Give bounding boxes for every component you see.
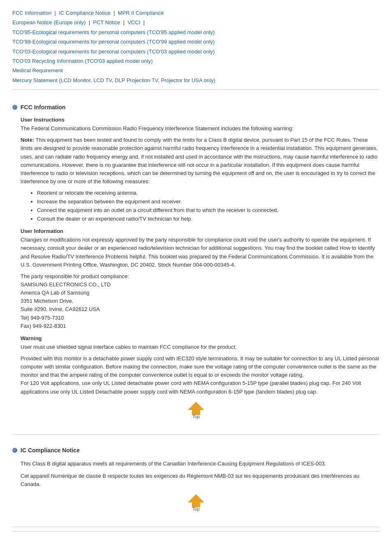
nav-tco03-link[interactable]: TCO'03-Ecological requirements for perso… <box>12 48 215 55</box>
warning-para1: User must use shielded signal interface … <box>21 343 380 351</box>
top-divider <box>12 89 380 90</box>
user-information-subsection: User Information Changes or modification… <box>21 228 380 330</box>
user-instructions-bullets: Reorient or relocate the receiving anten… <box>37 189 380 223</box>
bullet-3: Connect the equipment into an outlet on … <box>37 206 380 215</box>
top-icon-ic[interactable]: Top <box>185 493 207 512</box>
nav-row-7: Medical Requirement <box>12 66 380 75</box>
ic-bullet-icon <box>12 448 17 453</box>
ic-para1: This Class B digital apparatus meets all… <box>21 460 380 468</box>
user-information-para2: The party responsible for product compli… <box>21 272 380 330</box>
nav-pct-link[interactable]: PCT Notice <box>93 19 120 25</box>
fcc-section-title: FCC Information <box>12 104 380 111</box>
nav-fcc-link[interactable]: FCC Information <box>12 10 51 16</box>
nav-row-6: TCO'03 Recycling Information (TCO'03 app… <box>12 56 380 66</box>
ic-section-title: IC Compliance Notice <box>12 447 380 454</box>
user-instructions-note: Note: This equipment has been tested and… <box>21 136 380 186</box>
nav-links: FCC Information | IC Compliance Notice |… <box>12 8 380 85</box>
nav-row-1: FCC Information | IC Compliance Notice |… <box>12 8 380 18</box>
fcc-top-button[interactable]: Top <box>12 401 380 421</box>
svg-text:Top: Top <box>192 507 200 511</box>
nav-row-8: Mercury Statement (LCD Monitor, LCD TV, … <box>12 76 380 85</box>
user-information-para1: Changes or modifications not expressly a… <box>21 236 380 269</box>
nav-row-3: TCO'95-Ecological requirements for perso… <box>12 28 380 37</box>
warning-para2: Provided with this monitor is a detachab… <box>21 355 380 396</box>
nav-mpr-link[interactable]: MPR II Compliance <box>118 10 164 16</box>
bullet-4: Consult the dealer or an experienced rad… <box>37 215 380 223</box>
ic-top-button[interactable]: Top <box>12 493 380 514</box>
nav-tco95-link[interactable]: TCO'95-Ecological requirements for perso… <box>12 29 215 35</box>
nav-tco99-link[interactable]: TCO'99-Ecological requirements for perso… <box>12 39 215 45</box>
warning-title: Warning <box>21 335 380 341</box>
user-information-title: User Information <box>21 228 380 234</box>
nav-vcci-link[interactable]: VCCI <box>127 19 140 25</box>
nav-row-2: European Notice (Europe only) | PCT Noti… <box>12 18 380 27</box>
note-text: This equipment has been tested and found… <box>21 137 378 184</box>
ic-section: IC Compliance Notice This Class B digita… <box>12 441 380 527</box>
user-instructions-intro: The Federal Communications Commission Ra… <box>21 124 380 133</box>
user-instructions-subsection: User Instructions The Federal Communicat… <box>21 117 380 223</box>
nav-ic-link[interactable]: IC Compliance Notice <box>59 10 111 16</box>
note-bold: Note: <box>21 137 34 143</box>
user-instructions-title: User Instructions <box>21 117 380 123</box>
svg-marker-3 <box>188 494 204 502</box>
svg-text:Top: Top <box>192 414 200 419</box>
bottom-divider <box>12 531 380 532</box>
bullet-2: Increase the separation between the equi… <box>37 198 380 206</box>
ic-title-text: IC Compliance Notice <box>21 447 80 454</box>
fcc-title-text: FCC Information <box>21 104 66 111</box>
ic-para2: Cet appareil Numérique de classe B respe… <box>21 472 380 488</box>
svg-marker-0 <box>188 402 204 410</box>
bullet-1: Reorient or relocate the receiving anten… <box>37 189 380 198</box>
top-icon-fcc[interactable]: Top <box>185 401 207 420</box>
nav-mercury-link[interactable]: Mercury Statement (LCD Monitor, LCD TV, … <box>12 77 215 83</box>
nav-row-5: TCO'03-Ecological requirements for perso… <box>12 47 380 56</box>
nav-eu-link[interactable]: European Notice (Europe only) <box>12 19 86 25</box>
fcc-bullet-icon <box>12 105 17 110</box>
nav-med-link[interactable]: Medical Requirement <box>12 67 63 74</box>
fcc-section: FCC Information User Instructions The Fe… <box>12 98 380 435</box>
nav-tco03r-link[interactable]: TCO'03 Recycling Information (TCO'03 app… <box>12 58 153 64</box>
nav-row-4: TCO'99-Ecological requirements for perso… <box>12 37 380 46</box>
warning-subsection: Warning User must use shielded signal in… <box>21 335 380 396</box>
